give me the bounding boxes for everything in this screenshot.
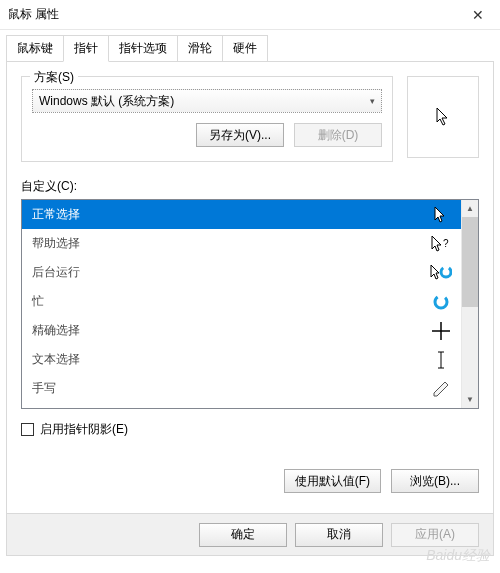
scroll-up-button[interactable]: ▲ [462, 200, 478, 217]
use-default-button[interactable]: 使用默认值(F) [284, 469, 381, 493]
tab-panel: 方案(S) Windows 默认 (系统方案) ▾ 另存为(V)... 删除(D… [6, 61, 494, 556]
defaults-row: 使用默认值(F) 浏览(B)... [284, 469, 479, 493]
list-item[interactable]: 不可用 [22, 403, 461, 408]
crosshair-cursor-icon [429, 322, 453, 340]
arrow-help-cursor-icon: ? [429, 235, 453, 253]
scheme-row: 方案(S) Windows 默认 (系统方案) ▾ 另存为(V)... 删除(D… [21, 76, 479, 162]
tab-wheel[interactable]: 滑轮 [177, 35, 223, 62]
list-item-label: 精确选择 [32, 322, 80, 339]
list-item[interactable]: 后台运行 [22, 258, 461, 287]
delete-button: 删除(D) [294, 123, 382, 147]
list-item[interactable]: 正常选择 [22, 200, 461, 229]
customize-label: 自定义(C): [21, 178, 479, 195]
scheme-buttons: 另存为(V)... 删除(D) [32, 123, 382, 147]
scroll-down-button[interactable]: ▼ [462, 391, 478, 408]
list-item-label: 文本选择 [32, 351, 80, 368]
list-item[interactable]: 手写 [22, 374, 461, 403]
ibeam-cursor-icon [429, 351, 453, 369]
list-item-label: 正常选择 [32, 206, 80, 223]
save-as-button[interactable]: 另存为(V)... [196, 123, 284, 147]
arrow-cursor-icon [436, 107, 450, 127]
tab-mouse-keys[interactable]: 鼠标键 [6, 35, 64, 62]
browse-button[interactable]: 浏览(B)... [391, 469, 479, 493]
tab-pointer[interactable]: 指针 [63, 35, 109, 62]
cursor-list: 正常选择 帮助选择 ? 后台运行 忙 [22, 200, 461, 408]
chevron-down-icon: ▾ [370, 96, 375, 106]
cancel-button[interactable]: 取消 [295, 523, 383, 547]
cursor-listbox[interactable]: 正常选择 帮助选择 ? 后台运行 忙 [21, 199, 479, 409]
list-item-label: 忙 [32, 293, 44, 310]
list-item-label: 手写 [32, 380, 56, 397]
tab-strip: 鼠标键 指针 指针选项 滑轮 硬件 [6, 34, 494, 61]
scheme-fieldset: 方案(S) Windows 默认 (系统方案) ▾ 另存为(V)... 删除(D… [21, 76, 393, 162]
shadow-checkbox[interactable] [21, 423, 34, 436]
svg-point-1 [441, 267, 451, 277]
close-button[interactable]: ✕ [455, 0, 500, 30]
tab-pointer-options[interactable]: 指针选项 [108, 35, 178, 62]
ok-button[interactable]: 确定 [199, 523, 287, 547]
svg-text:?: ? [443, 238, 449, 249]
scheme-combo-value: Windows 默认 (系统方案) [39, 93, 174, 110]
title-bar: 鼠标 属性 ✕ [0, 0, 500, 30]
pointer-preview [407, 76, 479, 158]
dialog-footer: 确定 取消 应用(A) [7, 513, 493, 555]
arrow-cursor-icon [429, 206, 453, 224]
list-item[interactable]: 精确选择 [22, 316, 461, 345]
window-title: 鼠标 属性 [8, 6, 59, 23]
apply-button: 应用(A) [391, 523, 479, 547]
svg-point-2 [435, 296, 447, 308]
scheme-combo[interactable]: Windows 默认 (系统方案) ▾ [32, 89, 382, 113]
shadow-row: 启用指针阴影(E) [21, 421, 479, 438]
list-item[interactable]: 忙 [22, 287, 461, 316]
close-icon: ✕ [472, 7, 484, 23]
scheme-legend: 方案(S) [30, 69, 78, 86]
scroll-track[interactable] [462, 217, 478, 391]
list-item[interactable]: 帮助选择 ? [22, 229, 461, 258]
shadow-label: 启用指针阴影(E) [40, 421, 128, 438]
listbox-scrollbar[interactable]: ▲ ▼ [461, 200, 478, 408]
pen-cursor-icon [429, 380, 453, 398]
arrow-busy-cursor-icon [429, 264, 453, 282]
list-item[interactable]: 文本选择 [22, 345, 461, 374]
busy-cursor-icon [429, 293, 453, 311]
list-item-label: 帮助选择 [32, 235, 80, 252]
list-item-label: 后台运行 [32, 264, 80, 281]
scroll-thumb[interactable] [462, 217, 478, 307]
tab-hardware[interactable]: 硬件 [222, 35, 268, 62]
